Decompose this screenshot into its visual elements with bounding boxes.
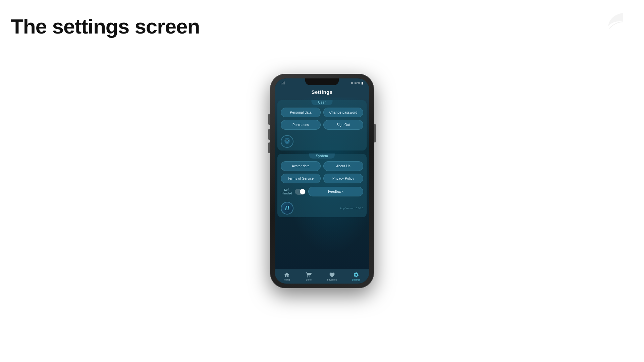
- nav-item-settings[interactable]: Settings: [352, 272, 360, 281]
- terms-of-service-button[interactable]: Terms of Service: [281, 174, 321, 183]
- about-us-button[interactable]: About Us: [323, 161, 363, 171]
- feedback-button[interactable]: Feedback: [308, 187, 363, 196]
- store-icon: [305, 272, 312, 278]
- user-section-card: User Personal data Change password Purch…: [277, 100, 367, 150]
- user-section-label: User: [311, 100, 332, 105]
- phone-notch: [305, 78, 339, 85]
- home-icon: [283, 272, 290, 278]
- signal-bar-1: [281, 83, 281, 84]
- sections-container: User Personal data Change password Purch…: [275, 100, 369, 217]
- signal-bars: [281, 81, 284, 84]
- nav-label-settings: Settings: [352, 279, 360, 281]
- app-header-title: Settings: [311, 89, 332, 95]
- left-handed-toggle[interactable]: [295, 189, 306, 195]
- system-avatar-letter: H: [285, 205, 289, 212]
- change-password-button[interactable]: Change password: [323, 108, 363, 117]
- user-avatar: [281, 135, 293, 148]
- page-title: The settings screen: [11, 14, 200, 38]
- user-buttons-grid: Personal data Change password Purchases …: [281, 108, 363, 130]
- svg-point-4: [288, 140, 289, 141]
- nav-item-favorites[interactable]: Favorites: [327, 272, 337, 281]
- status-right: ⊛ 87% ▮: [351, 81, 363, 85]
- system-avatar: H: [281, 202, 293, 215]
- favorites-icon: [329, 272, 335, 278]
- battery-percent: 87%: [355, 81, 360, 84]
- nav-label-store: Store: [306, 279, 312, 281]
- user-section-content: Personal data Change password Purchases …: [277, 100, 367, 133]
- signal-bar-2: [282, 83, 282, 84]
- alien-avatar-icon: [282, 137, 292, 146]
- left-handed-feedback-row: LeftHanded Feedback: [281, 185, 363, 196]
- system-buttons-grid: Avatar data About Us Terms of Service Pr…: [281, 161, 363, 183]
- system-section-content: Avatar data About Us Terms of Service Pr…: [277, 154, 367, 200]
- settings-icon: [353, 272, 360, 278]
- toggle-knob: [300, 189, 305, 194]
- status-left: [281, 81, 284, 84]
- personal-data-button[interactable]: Personal data: [281, 108, 321, 117]
- leaf-logo-icon: [604, 10, 627, 34]
- system-section-label: System: [309, 154, 335, 159]
- phone-mockup: 18:48 ⊛ 87% ▮ Settings User: [270, 74, 374, 288]
- signal-bar-3: [283, 82, 283, 84]
- wifi-icon: ⊛: [351, 81, 353, 84]
- sign-out-button[interactable]: Sign Out: [323, 120, 363, 130]
- signal-bar-4: [284, 81, 284, 84]
- app-content: User Personal data Change password Purch…: [275, 98, 369, 269]
- system-bottom-row: H App Version: 0.30.0: [277, 200, 367, 217]
- phone-screen: 18:48 ⊛ 87% ▮ Settings User: [275, 78, 369, 284]
- left-handed-label: LeftHanded: [281, 188, 293, 195]
- left-handed-toggle-row: LeftHanded: [281, 188, 306, 195]
- privacy-policy-button[interactable]: Privacy Policy: [323, 174, 363, 183]
- purchases-button[interactable]: Purchases: [281, 120, 321, 130]
- user-avatar-row: [277, 133, 367, 150]
- svg-point-0: [284, 138, 290, 144]
- nav-label-favorites: Favorites: [327, 279, 337, 281]
- system-section-card: System Avatar data About Us Terms of Ser…: [277, 154, 367, 217]
- avatar-data-button[interactable]: Avatar data: [281, 161, 321, 171]
- svg-point-3: [285, 140, 287, 141]
- nav-item-store[interactable]: Store: [305, 272, 312, 281]
- nav-label-home: Home: [284, 279, 290, 281]
- nav-item-home[interactable]: Home: [283, 272, 290, 281]
- app-header: Settings: [275, 86, 369, 98]
- app-version: App Version: 0.30.0: [297, 207, 363, 210]
- battery-icon: ▮: [361, 81, 363, 85]
- bottom-nav: Home Store: [275, 269, 369, 284]
